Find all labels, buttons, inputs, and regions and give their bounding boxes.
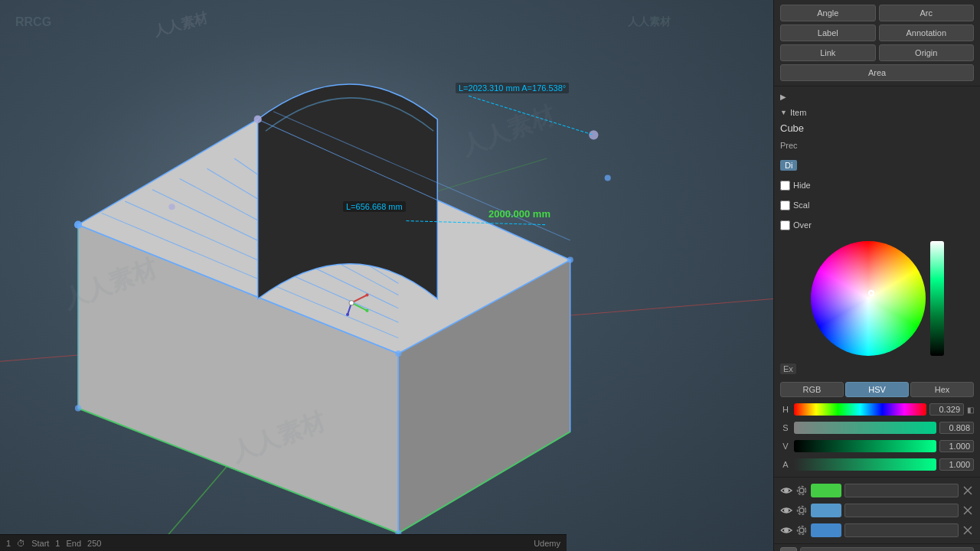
angle-arc-row: Angle Arc: [774, 3, 980, 23]
over-label: Over: [793, 220, 812, 230]
color-swatch-2[interactable]: [811, 504, 841, 517]
s-value[interactable]: 0.808: [939, 422, 974, 434]
cube-name: Cube: [774, 121, 980, 135]
over-checkbox[interactable]: [780, 220, 790, 230]
clock-icon: ⏱: [17, 539, 25, 548]
hex-tab[interactable]: Hex: [910, 382, 974, 397]
s-slider[interactable]: [794, 422, 936, 434]
link-button[interactable]: Link: [780, 44, 876, 61]
s-slider-row: S 0.808: [774, 419, 980, 437]
watermark-rrcg-tl: RRCG: [15, 15, 51, 29]
color-item-3: [774, 520, 980, 540]
eye-icon-3[interactable]: [780, 524, 792, 536]
h-value[interactable]: 0.329: [929, 403, 964, 416]
rgb-tab[interactable]: RGB: [780, 382, 844, 397]
hide-label: Hide: [793, 181, 811, 190]
delete-all-button[interactable]: Delete all: [800, 547, 974, 551]
color-wheel-wrapper: [811, 241, 926, 356]
over-row: Over: [774, 215, 980, 235]
svg-point-31: [365, 309, 368, 312]
end-label: End: [66, 539, 81, 548]
a-slider-row: A 1.000: [774, 455, 980, 474]
eye-icon-2[interactable]: [780, 504, 792, 517]
measure-annotation-top: L=2023.310 mm A=176.538°: [456, 83, 569, 93]
delete-x-button[interactable]: ✕: [780, 547, 797, 551]
v-value[interactable]: 1.000: [939, 440, 974, 452]
close-icon-2[interactable]: [962, 504, 974, 517]
color-wheel[interactable]: [811, 241, 926, 356]
svg-point-24: [589, 130, 598, 139]
color-swatch-3[interactable]: [811, 523, 841, 537]
label-button[interactable]: Label: [780, 24, 876, 41]
color-name-input-1[interactable]: [844, 484, 959, 497]
color-name-input-3[interactable]: [844, 523, 959, 537]
panel-section-color-items: [774, 478, 980, 544]
label-annotation-row: Label Annotation: [774, 23, 980, 43]
link-origin-row: Link Origin: [774, 43, 980, 63]
start-label: Start: [31, 539, 49, 548]
svg-point-46: [799, 528, 804, 533]
v-slider[interactable]: [794, 440, 936, 452]
hsv-tab[interactable]: HSV: [845, 382, 909, 397]
scale-label: Scal: [793, 201, 809, 210]
item-label: Item: [790, 108, 806, 117]
close-icon-1[interactable]: [962, 484, 974, 497]
panel-section-tools: Angle Arc Label Annotation Link Origin A…: [774, 0, 980, 86]
svg-point-30: [365, 293, 368, 296]
svg-point-23: [168, 204, 175, 210]
bottom-bar: 1 ⏱ Start 1 End 250 Udemy: [0, 534, 567, 551]
a-label: A: [780, 460, 791, 469]
close-icon-3[interactable]: [962, 524, 974, 536]
h-label: H: [780, 405, 791, 414]
scale-checkbox[interactable]: [780, 201, 790, 210]
viewport-3d[interactable]: RRCG 人人素材 人人素材 人人素材 人人素材 人人素材 L=2023.310…: [0, 0, 773, 551]
eye-icon-1[interactable]: [780, 484, 792, 497]
svg-point-18: [75, 405, 81, 411]
hide-checkbox[interactable]: [780, 181, 790, 191]
right-panel: Angle Arc Label Annotation Link Origin A…: [773, 0, 980, 551]
angle-arc-pair: Angle Arc: [780, 5, 974, 21]
area-button[interactable]: Area: [780, 64, 974, 81]
measure-annotation-mid: L=656.668 mm: [343, 201, 406, 212]
svg-point-25: [605, 174, 611, 181]
svg-point-29: [349, 301, 354, 305]
s-label: S: [780, 423, 791, 432]
gear-icon-2[interactable]: [795, 504, 808, 517]
angle-button[interactable]: Angle: [780, 5, 876, 21]
svg-point-32: [346, 313, 349, 316]
v-label: V: [780, 442, 791, 451]
color-name-input-2[interactable]: [844, 504, 959, 517]
annotation-button[interactable]: Annotation: [879, 24, 975, 41]
display-badge[interactable]: Di: [780, 160, 797, 171]
gear-icon-3[interactable]: [795, 524, 808, 536]
prec-row: Prec: [774, 135, 980, 155]
item-triangle[interactable]: ▼: [780, 109, 787, 116]
color-item-2: [774, 500, 980, 520]
udemy-label: Udemy: [534, 539, 560, 548]
color-wheel-selector: [868, 290, 874, 296]
arc-button[interactable]: Arc: [879, 5, 975, 21]
app-container: RRCG 人人素材 人人素材 人人素材 人人素材 人人素材 L=2023.310…: [0, 0, 980, 551]
h-slider[interactable]: [794, 403, 926, 416]
extra-row: Ex: [774, 359, 980, 379]
measure-main: 2000.000 mm: [488, 208, 550, 220]
svg-point-36: [799, 488, 804, 493]
start-value: 1: [55, 539, 60, 548]
gear-icon-1[interactable]: [795, 484, 808, 497]
scale-row: Scal: [774, 195, 980, 215]
panel-section-color: ▶ ▼ Item Cube Prec Di Hide: [774, 86, 980, 478]
origin-button[interactable]: Origin: [879, 44, 975, 61]
svg-point-37: [798, 487, 806, 495]
a-value[interactable]: 1.000: [939, 458, 974, 471]
play-icon[interactable]: ▶: [780, 93, 786, 101]
link-origin-pair: Link Origin: [780, 44, 974, 61]
h-picker-icon[interactable]: ◧: [967, 406, 974, 414]
a-slider[interactable]: [794, 458, 936, 471]
h-slider-row: H 0.329 ◧: [774, 400, 980, 419]
svg-point-47: [798, 527, 806, 535]
watermark-rrcg-tr: 人人素材: [628, 15, 671, 29]
color-swatch-1[interactable]: [811, 484, 841, 497]
color-value-strip[interactable]: [930, 241, 944, 356]
area-row: Area: [774, 63, 980, 83]
color-tabs: RGB HSV Hex: [774, 379, 980, 400]
